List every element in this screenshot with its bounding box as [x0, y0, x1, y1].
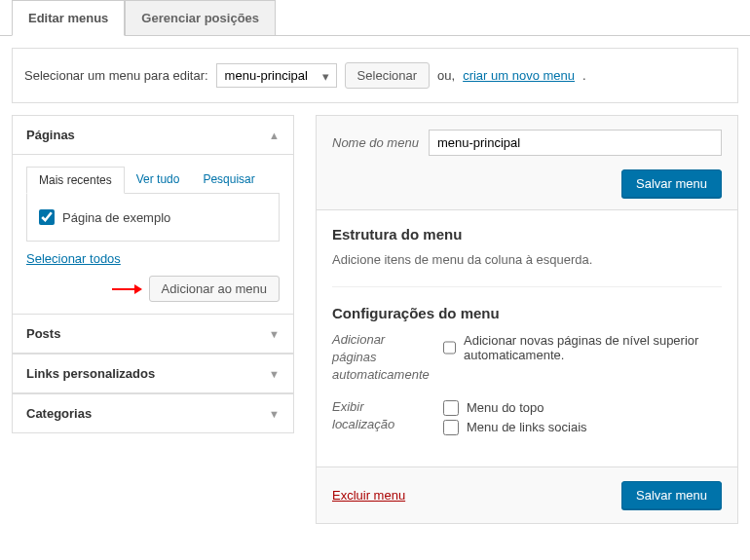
location-top-checkbox[interactable]: [443, 400, 459, 416]
select-all-link[interactable]: Selecionar todos: [26, 251, 121, 266]
selector-period: .: [582, 68, 586, 83]
page-item-checkbox[interactable]: [39, 209, 55, 225]
menu-select[interactable]: menu-principal: [216, 63, 337, 88]
menu-name-input[interactable]: [429, 130, 722, 156]
accordion-categories-title: Categorias: [26, 406, 92, 421]
auto-add-checkbox[interactable]: [443, 340, 456, 355]
create-new-menu-link[interactable]: criar um novo menu: [463, 68, 575, 83]
tab-manage-locations[interactable]: Gerenciar posições: [125, 0, 276, 35]
chevron-down-icon: ▼: [269, 368, 280, 380]
accordion-pages-header[interactable]: Páginas ▲: [13, 116, 293, 155]
accordion-posts-header[interactable]: Posts ▼: [13, 315, 293, 354]
add-to-menu-button[interactable]: Adicionar ao menu: [149, 276, 280, 302]
arrow-icon: [112, 288, 141, 290]
structure-desc: Adicione itens de menu da coluna à esque…: [332, 252, 722, 267]
save-menu-button-bottom[interactable]: Salvar menu: [621, 481, 722, 509]
menu-name-label: Nome do menu: [332, 135, 419, 150]
chevron-down-icon: ▼: [269, 408, 280, 420]
accordion-posts-title: Posts: [26, 326, 60, 341]
auto-add-option: Adicionar novas páginas de nível superio…: [464, 333, 722, 362]
location-social-option: Menu de links sociais: [467, 420, 587, 434]
accordion-custom-links-header[interactable]: Links personalizados ▼: [13, 355, 293, 393]
chevron-down-icon: ▼: [269, 328, 280, 340]
save-menu-button-top[interactable]: Salvar menu: [621, 169, 722, 198]
selector-or: ou,: [437, 68, 455, 83]
auto-add-label: Adicionar páginas automaticamente: [332, 331, 430, 385]
location-label: Exibir localização: [332, 398, 430, 433]
menu-selector-bar: Selecionar um menu para editar: menu-pri…: [12, 48, 738, 103]
chevron-up-icon: ▲: [269, 130, 280, 141]
subtab-recent[interactable]: Mais recentes: [26, 167, 125, 194]
page-item-label: Página de exemplo: [62, 210, 170, 225]
location-top-option: Menu do topo: [467, 400, 544, 415]
selector-label: Selecionar um menu para editar:: [24, 68, 208, 83]
accordion-categories-header[interactable]: Categorias ▼: [13, 394, 293, 432]
subtab-all[interactable]: Ver tudo: [125, 167, 192, 194]
structure-title: Estrutura do menu: [332, 226, 722, 243]
accordion-pages-title: Páginas: [26, 128, 75, 142]
location-social-checkbox[interactable]: [443, 420, 459, 435]
delete-menu-link[interactable]: Excluir menu: [332, 488, 405, 503]
select-menu-button[interactable]: Selecionar: [345, 62, 430, 89]
section-divider: [332, 286, 722, 287]
subtab-search[interactable]: Pesquisar: [191, 167, 266, 194]
settings-title: Configurações do menu: [332, 305, 722, 321]
accordion-custom-links-title: Links personalizados: [26, 366, 155, 381]
tab-edit-menus[interactable]: Editar menus: [12, 0, 125, 36]
